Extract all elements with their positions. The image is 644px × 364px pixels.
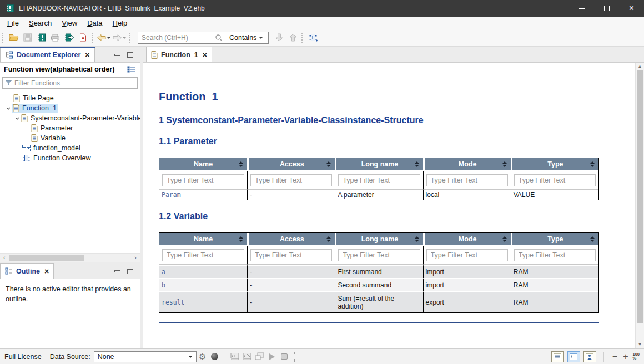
window-close-button[interactable]: × [619,0,644,17]
tree-item-function-1[interactable]: Function_1 [0,103,140,113]
arrange-measure-views-button[interactable] [254,351,266,363]
sort-icon[interactable] [502,161,507,167]
close-icon[interactable]: × [85,52,89,58]
menu-file[interactable]: File [2,18,24,28]
search-input[interactable] [138,32,215,43]
cell-name[interactable]: a [159,265,247,278]
tab-outline[interactable]: Outline × [0,263,54,279]
filter-input-long-name[interactable] [338,249,420,261]
cell-name[interactable]: b [159,278,247,291]
view-menu-icon[interactable] [127,66,136,73]
minimize-panel-button[interactable] [114,54,120,56]
split-view-button[interactable] [567,351,580,362]
filter-input-long-name[interactable] [338,174,420,186]
cell-name[interactable]: result [159,291,247,312]
explorer-horizontal-scrollbar[interactable]: ‹ › [0,253,140,262]
table-row[interactable]: b - Second summand import RAM [159,278,598,291]
sort-icon[interactable] [239,161,243,167]
open-handbook-button[interactable] [34,31,48,44]
sort-icon[interactable] [239,236,243,242]
tree-item-title-page[interactable]: Title Page [0,93,140,103]
export-pdf-button[interactable] [76,31,90,44]
search-next-button[interactable] [272,31,286,44]
sort-icon[interactable] [590,236,595,242]
column-header-type[interactable]: Type [511,233,598,246]
sort-icon[interactable] [415,236,419,242]
tree-item-systemconstant[interactable]: Systemconstant-Parameter-Variable-Classi… [0,113,140,123]
column-header-name[interactable]: Name [159,233,247,246]
sort-icon[interactable] [415,161,419,167]
chevron-expanded-icon[interactable] [13,117,21,120]
sort-icon[interactable] [502,236,507,242]
back-button[interactable] [97,34,112,42]
save-button[interactable] [21,31,34,44]
filter-input-mode[interactable] [426,174,508,186]
filter-input-type[interactable] [514,174,596,186]
back-history-dropdown[interactable] [107,37,110,41]
column-header-long-name[interactable]: Long name [335,233,422,246]
column-header-mode[interactable]: Mode [423,233,511,246]
scroll-down-icon[interactable]: ▼ [638,341,642,348]
column-header-name[interactable]: Name [159,158,247,171]
column-header-mode[interactable]: Mode [423,158,511,171]
filter-input-access[interactable] [250,249,332,261]
menu-search[interactable]: Search [24,18,57,28]
close-icon[interactable]: × [203,52,207,58]
tab-document-explorer[interactable]: Document Explorer × [0,47,95,62]
tree-item-parameter[interactable]: Parameter [0,123,140,133]
maximize-panel-button[interactable] [127,52,133,58]
tab-function-1[interactable]: Function_1 × [146,47,212,62]
presenter-view-button[interactable] [583,351,596,362]
forward-history-dropdown[interactable] [123,37,126,41]
menu-view[interactable]: View [57,18,82,28]
table-row[interactable]: result - Sum (=result of the addition) e… [159,291,598,312]
data-source-dropdown[interactable]: None [94,351,197,362]
sort-icon[interactable] [326,236,331,242]
open-file-button[interactable] [7,31,21,44]
cell-name[interactable]: Param [159,190,247,200]
close-icon[interactable]: × [44,268,49,275]
start-measurement-button[interactable] [266,351,278,363]
scrollbar-track[interactable] [9,255,131,261]
tree-item-function-model[interactable]: function_model [0,143,140,153]
column-header-access[interactable]: Access [247,158,335,171]
chevron-expanded-icon[interactable] [4,107,12,110]
print-button[interactable] [48,31,62,44]
filter-input-name[interactable] [162,174,244,186]
scrollbar-thumb[interactable] [9,255,84,261]
column-header-access[interactable]: Access [247,233,335,246]
scroll-right-icon[interactable]: › [131,254,140,262]
export-handbook-button[interactable] [62,31,76,44]
window-maximize-button[interactable] [594,0,619,17]
table-row[interactable]: a - First summand import RAM [159,265,598,278]
scroll-up-icon[interactable]: ▲ [638,63,642,70]
function-overview-button[interactable] [306,31,320,44]
data-source-state-button[interactable] [209,351,221,363]
zoom-out-button[interactable]: − [611,352,618,361]
stop-measurement-button[interactable] [278,351,290,363]
tree-item-variable[interactable]: Variable [0,133,140,143]
filter-functions-input[interactable] [14,79,134,87]
zoom-reset-button[interactable]: 100 % [632,353,640,360]
window-minimize-button[interactable] [569,0,594,17]
sort-icon[interactable] [590,161,595,167]
scroll-left-icon[interactable]: ‹ [0,254,9,262]
scrollbar-thumb[interactable] [637,70,643,323]
menu-help[interactable]: Help [108,18,133,28]
sort-icon[interactable] [326,161,331,167]
single-page-view-button[interactable] [551,351,564,362]
forward-button[interactable] [112,34,128,42]
filter-input-name[interactable] [162,249,244,261]
filter-input-mode[interactable] [426,249,508,261]
maximize-panel-button[interactable] [127,269,133,274]
filter-input-access[interactable] [250,174,332,186]
filter-input-type[interactable] [514,249,596,261]
search-mode-dropdown[interactable]: Contains [225,32,268,43]
table-row[interactable]: Param - A parameter local VALUE [159,190,598,200]
remove-measurement-button[interactable] [242,351,254,363]
menu-data[interactable]: Data [82,18,107,28]
column-header-type[interactable]: Type [511,158,598,171]
show-measurement-button[interactable] [229,351,242,363]
zoom-in-button[interactable]: + [622,352,629,361]
column-header-long-name[interactable]: Long name [335,158,422,171]
